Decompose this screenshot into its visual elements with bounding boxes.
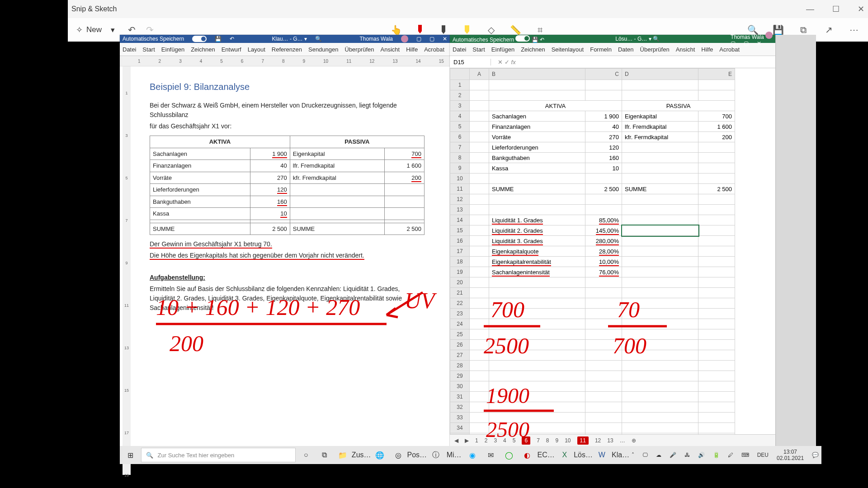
word-tab[interactable]: Zeichnen [191, 46, 215, 53]
word-min[interactable]: ▢ [416, 36, 421, 42]
excel-tab[interactable]: Überprüfen [640, 46, 670, 53]
cell-reference[interactable]: D15 [450, 59, 491, 66]
sheet-tab[interactable]: … [620, 437, 625, 444]
tray-lang[interactable]: DEU [757, 452, 769, 458]
new-snip-button[interactable]: ✧ New ▾ [72, 23, 118, 37]
sheet-tab-add[interactable]: ⊕ [632, 437, 636, 444]
sheet-tab[interactable]: 12 [595, 437, 601, 444]
excel-undo-icon[interactable]: ↶ [540, 37, 544, 43]
word-close[interactable]: ✕ [443, 36, 447, 42]
excel-min[interactable]: ▢ [731, 40, 736, 47]
excel-tab[interactable]: Daten [618, 46, 634, 53]
word-autosave-toggle[interactable] [192, 36, 207, 42]
sheet-tab[interactable]: 7 [537, 437, 540, 444]
word-tab[interactable]: Hilfe [406, 46, 418, 53]
info-icon[interactable]: ⓘ [428, 448, 443, 462]
app-icon[interactable]: Lös… [575, 448, 591, 462]
taskbar-search[interactable]: 🔍 Zur Suche Text hier eingeben [141, 448, 296, 462]
tray-clock[interactable]: 13:07 02.01.2021 [777, 449, 804, 462]
excel-tab[interactable]: Ansicht [676, 46, 695, 53]
close-button[interactable]: ✕ [858, 4, 864, 14]
mail-icon[interactable]: ✉ [483, 448, 499, 462]
copy-button[interactable]: ⧉ [798, 25, 808, 35]
cortana-icon[interactable]: ○ [298, 448, 314, 462]
excel-tab[interactable]: Seitenlayout [552, 46, 584, 53]
excel-tab[interactable]: Datei [453, 46, 466, 53]
excel-save-icon[interactable]: 💾 [532, 37, 538, 43]
sheet-tab[interactable]: 11 [577, 436, 589, 445]
sheet-tab[interactable]: 10 [565, 437, 571, 444]
word-filename[interactable]: Klau… - G… ▾ [272, 36, 307, 42]
excel-tab[interactable]: Einfügen [491, 46, 514, 53]
app-red[interactable]: ◐ [519, 448, 535, 462]
sheet-tab[interactable]: 2 [485, 437, 488, 444]
word-save-icon[interactable]: 💾 [215, 36, 222, 42]
word-tab[interactable]: Ansicht [381, 46, 400, 53]
ruler-button[interactable]: 📏 [510, 25, 520, 35]
start-button[interactable]: ⊞ [123, 448, 138, 462]
undo-button[interactable]: ↶ [127, 25, 137, 35]
teams-icon[interactable]: Mi… [446, 448, 462, 462]
word-tab[interactable]: Start [142, 46, 155, 53]
taskbar-circle[interactable]: ◉ [464, 448, 480, 462]
sheet-tabs[interactable]: ◀▶ 1 2 3 4 5 6 7 8 9 10 11 12 13 … ⊕ [450, 434, 775, 446]
more-button[interactable]: ⋯ [849, 25, 859, 35]
fx-buttons[interactable]: ✕ ✓ fx [491, 59, 523, 66]
minimize-button[interactable]: — [806, 5, 814, 14]
tray-display[interactable]: 🖵 [642, 452, 648, 458]
sheet-tab[interactable]: 13 [607, 437, 613, 444]
explorer-icon[interactable]: 📁 [335, 448, 351, 462]
excel-close[interactable]: ✕ [757, 40, 761, 47]
sheet-tab[interactable]: 4 [503, 437, 506, 444]
excel-max[interactable]: ▢ [744, 40, 749, 47]
tray-vol[interactable]: 🔊 [698, 452, 705, 458]
sheet-tab[interactable]: 9 [556, 437, 559, 444]
excel-autosave-toggle[interactable] [515, 35, 530, 42]
pen-black-button[interactable] [439, 24, 448, 35]
touch-writing-button[interactable]: 👆 [391, 25, 401, 35]
word-undo-icon[interactable]: ↶ [230, 36, 234, 42]
app-green[interactable]: ◯ [501, 448, 517, 462]
tray-chevron[interactable]: ˄ [632, 452, 634, 458]
word-tab[interactable]: Datei [123, 46, 136, 53]
highlighter-button[interactable] [462, 24, 472, 35]
chrome-icon[interactable]: ◎ [391, 448, 406, 462]
app-icon[interactable]: Pos… [409, 448, 425, 462]
taskview-icon[interactable]: ⧉ [316, 448, 332, 462]
excel-tab[interactable]: Zeichnen [521, 46, 545, 53]
app-icon[interactable]: Zus… [353, 448, 369, 462]
excel-taskbar-icon[interactable]: X [557, 448, 573, 462]
word-tab[interactable]: Layout [248, 46, 265, 53]
word-taskbar-icon[interactable]: W [594, 448, 610, 462]
word-avatar[interactable] [401, 35, 408, 42]
sheet-tab-active[interactable]: 6 [522, 436, 530, 445]
sheet-tab[interactable]: 3 [494, 437, 497, 444]
edge-icon[interactable]: 🌐 [372, 448, 388, 462]
share-button[interactable]: ↗ [824, 25, 834, 35]
tray-mic[interactable]: 🎤 [670, 452, 676, 458]
maximize-button[interactable]: ☐ [832, 4, 840, 14]
excel-tab[interactable]: Formeln [590, 46, 612, 53]
app-icon[interactable]: EC… [538, 448, 554, 462]
tray-pen[interactable]: 🖊 [728, 452, 733, 458]
tray-notif[interactable]: 💬 [812, 452, 819, 458]
word-max[interactable]: ▢ [429, 36, 434, 42]
crop-button[interactable]: ⌗ [535, 25, 545, 35]
tray-batt[interactable]: 🔋 [713, 452, 720, 458]
chevron-down-icon[interactable]: ▾ [111, 25, 115, 35]
word-tab[interactable]: Acrobat [424, 46, 444, 53]
save-button[interactable]: 💾 [773, 25, 783, 35]
excel-avatar[interactable] [765, 32, 773, 39]
sheet-area[interactable]: ABCDE 1 2 3AKTIVAPASSIVA 4Sachanlagen1 9… [450, 68, 775, 434]
sheet-tab[interactable]: 8 [546, 437, 549, 444]
word-tab[interactable]: Entwurf [222, 46, 241, 53]
redo-button[interactable]: ↷ [145, 25, 155, 35]
sheet-tab[interactable]: 1 [475, 437, 478, 444]
excel-tab[interactable]: Acrobat [719, 46, 740, 53]
pen-red-button[interactable] [415, 24, 425, 36]
excel-tab[interactable]: Hilfe [701, 46, 713, 53]
sheet-tab[interactable]: 5 [513, 437, 516, 444]
word-tab[interactable]: Sendungen [308, 46, 339, 53]
tray-kbd[interactable]: ⌨ [741, 452, 749, 458]
word-tab[interactable]: Überprüfen [345, 46, 374, 53]
